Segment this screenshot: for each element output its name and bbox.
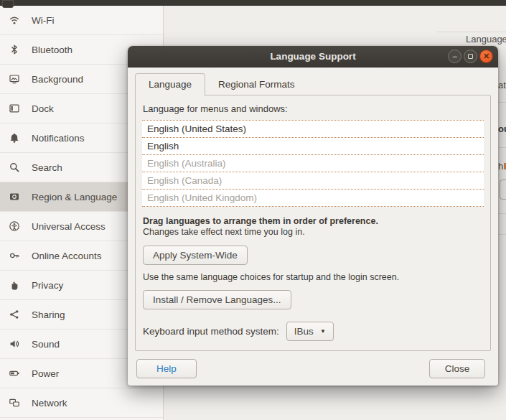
language-row[interactable]: English (Australia) (142, 155, 484, 172)
language-list-label: Language for menus and windows: (143, 103, 484, 114)
window-top-strip (0, 0, 506, 6)
sidebar-item-label: Background (32, 74, 83, 85)
ime-row: Keyboard input method system: IBus ▼ (143, 322, 484, 341)
wifi-icon (9, 14, 20, 26)
dialog-tabs: LanguageRegional Formats (135, 72, 308, 95)
close-button[interactable]: ✕ (479, 50, 493, 63)
minimize-icon: − (452, 52, 457, 61)
dialog-close-button[interactable]: Close (429, 359, 485, 378)
sidebar-item-label: Wi-Fi (32, 15, 54, 26)
notifications-icon (9, 132, 20, 144)
dialog-title: Language Support (128, 46, 498, 67)
ime-label: Keyboard input method system: (143, 326, 279, 337)
language-support-dialog: Language Support − ✕ LanguageRegional Fo… (128, 46, 498, 386)
sharing-icon (9, 309, 20, 320)
panel-text-fragment: Language (466, 34, 506, 45)
window-controls: − ✕ (448, 50, 493, 63)
apply-caption: Use the same language choices for startu… (143, 272, 484, 282)
language-tab-page: Language for menus and windows: English … (135, 95, 491, 351)
ime-value: IBus (294, 326, 314, 337)
network-icon (9, 397, 20, 409)
bluetooth-icon (9, 44, 20, 55)
privacy-icon (9, 279, 20, 291)
panel-text-fragment: h ( (498, 161, 506, 172)
panel-row-divider (436, 32, 506, 32)
maximize-button[interactable] (464, 50, 477, 63)
tab-language[interactable]: Language (135, 73, 205, 96)
language-list: English (United States)EnglishEnglish (A… (142, 120, 484, 207)
language-row[interactable]: English (142, 138, 484, 155)
apply-system-wide-button[interactable]: Apply System-Wide (143, 246, 248, 265)
sidebar-item-label: Search (32, 162, 62, 173)
sidebar-item-label: Dock (32, 103, 54, 114)
sidebar-item-label: Region & Language (32, 192, 117, 202)
drag-hint: Changes take effect next time you log in… (143, 227, 484, 237)
ime-select[interactable]: IBus ▼ (286, 322, 334, 341)
language-row[interactable]: English (Canada) (142, 172, 484, 190)
language-row[interactable]: English (United States) (142, 121, 484, 138)
help-button[interactable]: Help (136, 359, 197, 378)
online-accounts-icon (9, 250, 20, 261)
background-icon (9, 73, 20, 85)
panel-text-fragment: ats (498, 80, 506, 90)
power-icon (9, 368, 20, 379)
sidebar-item-label: Notifications (32, 133, 85, 144)
chevron-down-icon: ▼ (320, 329, 326, 335)
dialog-titlebar[interactable]: Language Support − ✕ (128, 46, 498, 67)
panel-partial-button[interactable] (500, 179, 506, 200)
universal-access-icon (9, 220, 20, 232)
panel-text-fragment: ou (498, 123, 506, 134)
sound-icon (9, 338, 20, 350)
language-row[interactable]: English (United Kingdom) (142, 190, 484, 207)
dock-icon (9, 103, 20, 114)
sidebar-item-network[interactable]: Network (0, 388, 163, 418)
sidebar-item-label: Sharing (32, 309, 65, 320)
sidebar-item-label: Online Accounts (32, 251, 102, 261)
region-language-icon (9, 191, 20, 202)
sidebar-item-label: Sound (32, 339, 60, 350)
sidebar-item-label: Bluetooth (32, 45, 72, 55)
tab-regional-formats[interactable]: Regional Formats (205, 74, 308, 95)
install-remove-languages-button[interactable]: Install / Remove Languages... (143, 290, 291, 309)
sidebar-item-label: Privacy (32, 280, 63, 291)
sidebar-item-label: Universal Access (32, 221, 106, 232)
close-icon: ✕ (483, 52, 489, 60)
sidebar-item-label: Network (32, 398, 67, 409)
sidebar-item-label: Power (32, 368, 59, 379)
sidebar-item-wi-fi[interactable]: Wi-Fi (0, 6, 163, 35)
maximize-icon (468, 54, 473, 59)
drag-hint-bold: Drag languages to arrange them in order … (143, 216, 484, 226)
minimize-button[interactable]: − (448, 50, 462, 63)
window-top-nub (2, 0, 14, 8)
search-icon (9, 162, 20, 173)
